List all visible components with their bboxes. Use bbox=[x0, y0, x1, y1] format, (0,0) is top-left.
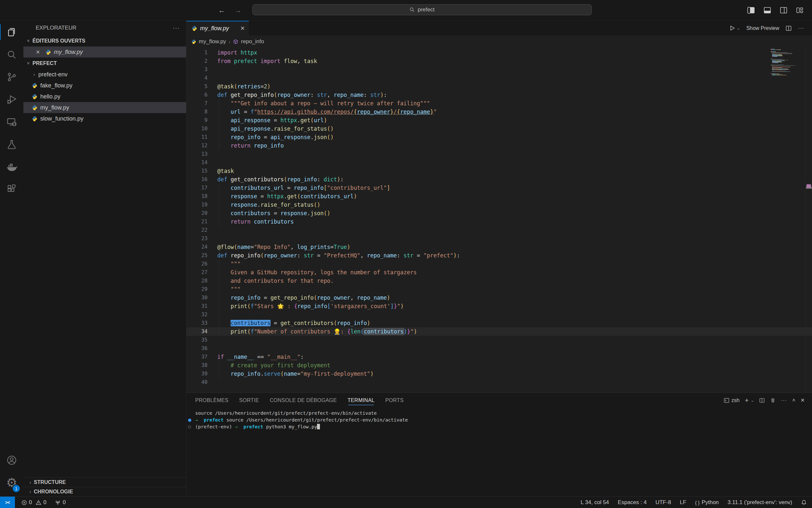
explorer-more-actions-icon[interactable]: ··· bbox=[173, 25, 180, 32]
open-editor-my_flow.py[interactable]: ✕ my_flow.py bbox=[23, 46, 186, 57]
navigate-forward-icon[interactable]: → bbox=[235, 6, 242, 15]
code-line-22[interactable]: 22 bbox=[186, 226, 812, 234]
code-line-3[interactable]: 3 bbox=[186, 65, 812, 74]
broadcast-status[interactable]: 0 bbox=[55, 499, 65, 506]
close-editor-icon[interactable]: ✕ bbox=[36, 49, 42, 55]
project-section[interactable]: ˅ PREFECT bbox=[23, 57, 186, 69]
open-editors-section[interactable]: ˅ ÉDITEURS OUVERTS bbox=[23, 35, 186, 46]
code-line-7[interactable]: 7 """Get info about a repo – will retry … bbox=[186, 99, 812, 108]
tree-item-slow_function.py[interactable]: slow_function.py bbox=[23, 113, 186, 124]
code-line-14[interactable]: 14 bbox=[186, 158, 812, 167]
code-line-27[interactable]: 27 Given a GitHub repository, logs the n… bbox=[186, 268, 812, 277]
language-mode[interactable]: { } Python bbox=[695, 499, 719, 506]
remote-indicator[interactable]: >< bbox=[0, 497, 15, 508]
code-line-4[interactable]: 4 bbox=[186, 74, 812, 82]
code-line-23[interactable]: 23 bbox=[186, 234, 812, 243]
section-chronologie[interactable]: ›CHRONOLOGIE bbox=[23, 487, 186, 496]
breadcrumb-symbol[interactable]: repo_info bbox=[241, 38, 264, 45]
editor-more-actions-icon[interactable]: ··· bbox=[798, 25, 804, 31]
terminal[interactable]: source /Users/henricourdent/git/prefect/… bbox=[186, 408, 812, 496]
breadcrumb-file[interactable]: my_flow.py bbox=[199, 38, 226, 45]
code-line-40[interactable]: 40 bbox=[186, 378, 812, 386]
maximize-panel-icon[interactable]: ˄ bbox=[792, 397, 795, 404]
settings-gear-icon[interactable]: ⚙ 1 bbox=[0, 471, 23, 494]
tree-item-hello.py[interactable]: hello.py bbox=[23, 91, 186, 102]
run-debug-icon[interactable] bbox=[0, 88, 23, 111]
panel-more-actions-icon[interactable]: ··· bbox=[781, 397, 787, 404]
code-line-36[interactable]: 36 bbox=[186, 344, 812, 353]
new-terminal-button[interactable]: +⌄ bbox=[745, 396, 754, 404]
tree-item-prefect-env[interactable]: ›prefect-env bbox=[23, 69, 186, 80]
python-interpreter[interactable]: 3.11.1 ('prefect-env': venv) bbox=[727, 499, 792, 506]
code-line-1[interactable]: 1import httpx bbox=[186, 48, 812, 57]
show-preview-button[interactable]: Show Preview bbox=[747, 25, 779, 31]
code-line-2[interactable]: 2from prefect import flow, task bbox=[186, 57, 812, 65]
docker-icon[interactable] bbox=[0, 155, 23, 178]
minimap[interactable] bbox=[771, 49, 795, 76]
command-center-search[interactable]: prefect bbox=[252, 4, 592, 15]
toggle-panel-icon[interactable] bbox=[764, 6, 771, 14]
account-icon[interactable] bbox=[0, 449, 23, 471]
panel-tab-console-de-débogage[interactable]: CONSOLE DE DÉBOGAGE bbox=[270, 393, 337, 408]
code-line-24[interactable]: 24@flow(name="Repo Info", log_prints=Tru… bbox=[186, 243, 812, 251]
search-view-icon[interactable] bbox=[0, 43, 23, 66]
code-line-19[interactable]: 19 response.raise_for_status() bbox=[186, 201, 812, 209]
panel-tab-sortie[interactable]: SORTIE bbox=[239, 393, 259, 408]
tab-my-flow[interactable]: my_flow.py ✕ bbox=[186, 21, 249, 35]
customize-layout-icon[interactable] bbox=[796, 6, 804, 14]
notifications-bell-icon[interactable] bbox=[801, 500, 807, 505]
code-editor[interactable]: 1import httpx2from prefect import flow, … bbox=[186, 48, 812, 393]
problems-status[interactable]: 0 0 bbox=[21, 499, 46, 506]
code-line-35[interactable]: 35 bbox=[186, 336, 812, 344]
code-line-12[interactable]: 12 return repo_info bbox=[186, 141, 812, 150]
code-line-10[interactable]: 10 api_response.raise_for_status() bbox=[186, 125, 812, 133]
tree-item-fake_flow.py[interactable]: fake_flow.py bbox=[23, 80, 186, 91]
split-terminal-icon[interactable] bbox=[759, 397, 765, 404]
code-line-21[interactable]: 21 return contributors bbox=[186, 217, 812, 226]
code-line-29[interactable]: 29 """ bbox=[186, 285, 812, 294]
terminal-shell-selector[interactable]: zsh bbox=[724, 397, 739, 404]
code-line-34[interactable]: 34 print(f"Number of contributors 👷: {le… bbox=[186, 327, 812, 336]
remote-explorer-icon[interactable] bbox=[0, 111, 23, 133]
encoding[interactable]: UTF-8 bbox=[656, 499, 671, 506]
panel-tab-ports[interactable]: PORTS bbox=[385, 393, 403, 408]
code-line-15[interactable]: 15@task bbox=[186, 167, 812, 175]
section-structure[interactable]: ›STRUCTURE bbox=[23, 477, 186, 487]
run-python-file-button[interactable]: ⌄ bbox=[729, 25, 740, 31]
code-line-33[interactable]: 33 contributors = get_contributors(repo_… bbox=[186, 319, 812, 327]
code-line-32[interactable]: 32 bbox=[186, 310, 812, 319]
code-line-30[interactable]: 30 repo_info = get_repo_info(repo_owner,… bbox=[186, 294, 812, 302]
tree-item-my_flow.py[interactable]: my_flow.py bbox=[23, 102, 186, 113]
cursor-position[interactable]: L 34, col 54 bbox=[581, 499, 609, 506]
source-control-icon[interactable] bbox=[0, 66, 23, 88]
indentation[interactable]: Espaces : 4 bbox=[618, 499, 647, 506]
explorer-icon[interactable] bbox=[0, 21, 23, 43]
tab-close-icon[interactable]: ✕ bbox=[240, 25, 245, 32]
kill-terminal-icon[interactable] bbox=[770, 397, 776, 403]
toggle-primary-sidebar-icon[interactable] bbox=[747, 6, 755, 14]
code-line-6[interactable]: 6def get_repo_info(repo_owner: str, repo… bbox=[186, 91, 812, 99]
code-line-31[interactable]: 31 print(f"Stars 🌟 : {repo_info['stargaz… bbox=[186, 302, 812, 310]
navigate-back-icon[interactable]: ← bbox=[218, 6, 226, 15]
code-line-8[interactable]: 8 url = f"https://api.github.com/repos/{… bbox=[186, 108, 812, 116]
code-line-20[interactable]: 20 contributors = response.json() bbox=[186, 209, 812, 217]
eol[interactable]: LF bbox=[680, 499, 686, 506]
code-line-25[interactable]: 25def repo_info(repo_owner: str = "Prefe… bbox=[186, 251, 812, 260]
toggle-secondary-sidebar-icon[interactable] bbox=[780, 6, 787, 14]
extensions-icon[interactable] bbox=[0, 178, 23, 200]
code-line-26[interactable]: 26 """ bbox=[186, 260, 812, 268]
code-line-11[interactable]: 11 repo_info = api_response.json() bbox=[186, 133, 812, 141]
code-line-5[interactable]: 5@task(retries=2) bbox=[186, 82, 812, 91]
code-line-16[interactable]: 16def get_contributors(repo_info: dict): bbox=[186, 175, 812, 184]
run-dropdown-icon[interactable]: ⌄ bbox=[737, 26, 740, 31]
code-line-9[interactable]: 9 api_response = httpx.get(url) bbox=[186, 116, 812, 125]
code-line-17[interactable]: 17 contributors_url = repo_info["contrib… bbox=[186, 184, 812, 192]
close-panel-icon[interactable]: ✕ bbox=[801, 397, 805, 404]
panel-tab-terminal[interactable]: TERMINAL bbox=[347, 393, 375, 408]
code-line-13[interactable]: 13 bbox=[186, 150, 812, 158]
code-line-39[interactable]: 39 repo_info.serve(name="my-first-deploy… bbox=[186, 370, 812, 378]
code-line-28[interactable]: 28 and contributors for that repo. bbox=[186, 277, 812, 285]
testing-icon[interactable] bbox=[0, 133, 23, 155]
code-line-37[interactable]: 37if __name__ == "__main__": bbox=[186, 353, 812, 361]
code-line-18[interactable]: 18 response = httpx.get(contributors_url… bbox=[186, 192, 812, 201]
